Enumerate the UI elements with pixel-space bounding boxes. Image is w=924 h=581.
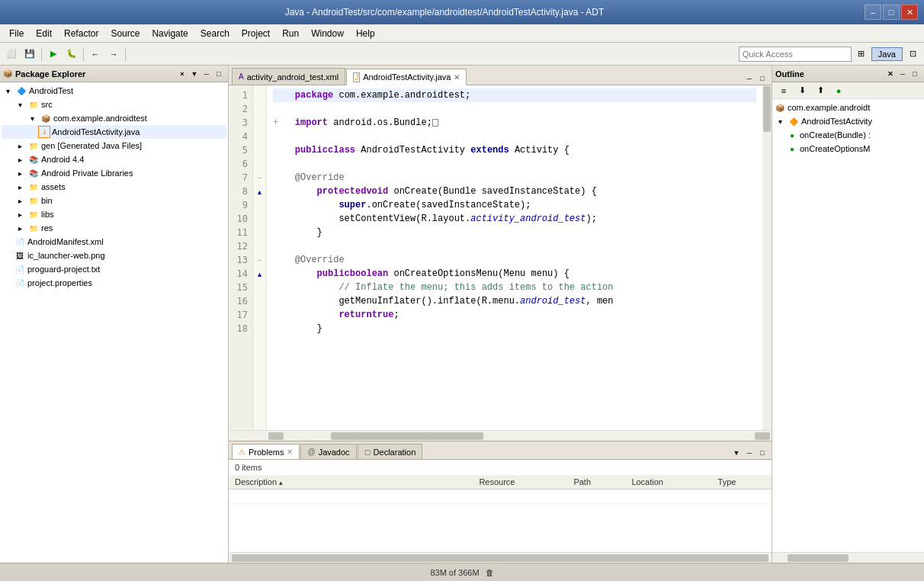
package-explorer: 📦 Package Explorer × ▼ ─ □ ▾ 🔷 AndroidTe… (0, 66, 229, 563)
new-button[interactable]: ⬜ (3, 46, 20, 63)
ln-14: 14 (229, 267, 252, 281)
code-line-17: return true; (273, 308, 756, 322)
debug-button[interactable]: 🐛 (63, 46, 80, 63)
bottom-max-btn[interactable]: □ (756, 447, 768, 459)
tree-item-privlibs[interactable]: ▸ 📚 Android Private Libraries (2, 166, 226, 180)
package-explorer-header: 📦 Package Explorer × ▼ ─ □ (0, 66, 228, 82)
tree-item-bin[interactable]: ▸ 📁 bin (2, 194, 226, 207)
tab-java[interactable]: J AndroidTestActivity.java ✕ (346, 69, 467, 85)
outline-oncreate-options[interactable]: ● onCreateOptionsM (774, 142, 922, 156)
outline-tb-3[interactable]: ⬆ (812, 82, 829, 99)
tree-item-res[interactable]: ▸ 📁 res (2, 221, 226, 235)
perspective-icon-1[interactable]: ⊞ (853, 46, 870, 63)
menu-window[interactable]: Window (305, 27, 350, 40)
pkg-max-btn[interactable]: □ (213, 68, 225, 80)
fold-minus-1[interactable]: − (258, 174, 261, 181)
editor-vscroll-thumb[interactable] (763, 86, 771, 132)
package-label: com.example.androidtest (53, 114, 147, 123)
tree-item-launcher-png[interactable]: 🖼 ic_launcher-web.png (2, 249, 226, 262)
java-perspective[interactable]: Java (871, 47, 903, 61)
pkg-collapse-btn[interactable]: × (176, 68, 188, 80)
hscroll-right-btn[interactable] (755, 432, 770, 440)
outline-close-btn[interactable]: ✕ (884, 68, 897, 80)
tree-item-libs[interactable]: ▸ 📁 libs (2, 207, 226, 221)
outline-class[interactable]: ▾ 🔶 AndroidTestActivity (774, 114, 922, 128)
outline-min-btn[interactable]: ─ (897, 68, 909, 80)
maximize-button[interactable]: □ (883, 5, 900, 20)
tree-item-gen[interactable]: ▸ 📁 gen [Generated Java Files] (2, 139, 226, 152)
declaration-tab[interactable]: ◻ Declaration (358, 444, 423, 459)
editor-max-btn[interactable]: □ (756, 72, 768, 85)
menu-project[interactable]: Project (236, 27, 276, 40)
ln-17: 17 (229, 308, 252, 322)
editor-vscrollbar[interactable] (762, 85, 772, 430)
bottom-min-btn[interactable]: ─ (743, 447, 756, 459)
editor-min-btn[interactable]: ─ (743, 72, 756, 85)
outline-max-btn[interactable]: □ (909, 68, 921, 80)
back-button[interactable]: ← (87, 46, 104, 63)
outline-package[interactable]: 📦 com.example.androidt (774, 101, 922, 114)
tree-item-androidtest[interactable]: ▾ 🔷 AndroidTest (2, 84, 226, 98)
menu-source[interactable]: Source (104, 27, 146, 40)
tree-item-main-java[interactable]: J AndroidTestActivity.java (2, 125, 226, 139)
menu-navigate[interactable]: Navigate (146, 27, 194, 40)
menu-file[interactable]: File (3, 27, 30, 40)
minimize-button[interactable]: – (865, 5, 881, 20)
bottom-hscroll[interactable] (229, 552, 772, 563)
run-button[interactable]: ▶ (45, 46, 62, 63)
tab-xml[interactable]: A activity_android_test.xml (232, 68, 345, 85)
outline-tb-2[interactable]: ⬇ (794, 82, 810, 99)
menu-search[interactable]: Search (194, 27, 236, 40)
col-resource: Resource (473, 475, 567, 490)
javadoc-tab[interactable]: @ Javadoc (300, 444, 356, 459)
tree-item-proguard[interactable]: 📄 proguard-project.txt (2, 262, 226, 276)
perspective-icon-2[interactable]: ⊡ (904, 46, 921, 63)
tree-item-package[interactable]: ▾ 📦 com.example.androidtest (2, 111, 226, 125)
menu-refactor[interactable]: Refactor (58, 27, 104, 40)
bottom-hscroll-thumb[interactable] (232, 554, 768, 562)
code-line-14: public boolean onCreateOptionsMenu(Menu … (273, 267, 756, 281)
fold-minus-2[interactable]: − (258, 256, 261, 264)
code-line-16: getMenuInflater().inflate(R.menu.android… (273, 294, 756, 308)
tree-item-src[interactable]: ▾ 📁 src (2, 98, 226, 111)
menu-edit[interactable]: Edit (30, 27, 58, 40)
menu-run[interactable]: Run (276, 27, 305, 40)
project-expand-icon: ▾ (2, 85, 14, 97)
menu-help[interactable]: Help (350, 27, 381, 40)
project-icon: 🔷 (15, 85, 27, 97)
outline-oncreate[interactable]: ● onCreate(Bundle) : (774, 128, 922, 142)
outline-options-icon: ● (786, 143, 798, 155)
problems-tab[interactable]: ⚠ Problems ✕ (232, 444, 300, 459)
editor-main: 1 2 3 4 5 6 7 8 9 10 11 12 13 14 15 16 1 (229, 85, 772, 430)
android44-label: Android 4.4 (41, 155, 84, 164)
outline-tb-1[interactable]: ≡ (775, 82, 792, 99)
close-button[interactable]: ✕ (901, 5, 918, 20)
tree-item-project-props[interactable]: 📄 project.properties (2, 276, 226, 290)
pkg-min-btn[interactable]: ─ (201, 68, 213, 80)
fold-arrow-2[interactable]: ▴ (258, 270, 261, 278)
outline-hscroll[interactable] (772, 552, 924, 563)
code-editor[interactable]: package com.example.androidtest; + impor… (267, 85, 762, 430)
tree-item-manifest[interactable]: 📄 AndroidManifest.xml (2, 235, 226, 249)
java-tab-close[interactable]: ✕ (454, 73, 460, 82)
editor-hscroll-thumb[interactable] (331, 432, 483, 440)
bottom-menu-btn[interactable]: ▼ (730, 447, 743, 459)
pkg-menu-btn[interactable]: ▼ (188, 68, 201, 80)
outline-tb-4[interactable]: ● (830, 82, 847, 99)
tree-item-assets[interactable]: ▸ 📁 assets (2, 180, 226, 194)
tree-item-android44[interactable]: ▸ 📚 Android 4.4 (2, 152, 226, 166)
hscroll-left-btn[interactable] (268, 432, 284, 440)
save-button[interactable]: 💾 (21, 46, 38, 63)
problems-tab-close[interactable]: ✕ (287, 448, 293, 456)
fold-arrow-1[interactable]: ▴ (258, 188, 261, 196)
problems-tab-label: Problems (249, 448, 284, 457)
android44-expand-icon: ▸ (14, 153, 26, 165)
sort-icon[interactable]: ▴ (279, 479, 283, 486)
res-icon: 📁 (27, 222, 40, 234)
forward-button[interactable]: → (105, 46, 122, 63)
outline-hscroll-thumb[interactable] (788, 554, 849, 562)
privlibs-label: Android Private Libraries (41, 169, 133, 178)
editor-hscroll[interactable] (229, 430, 772, 441)
quick-access-input[interactable] (739, 47, 852, 62)
gc-button[interactable]: 🗑 (486, 568, 494, 577)
